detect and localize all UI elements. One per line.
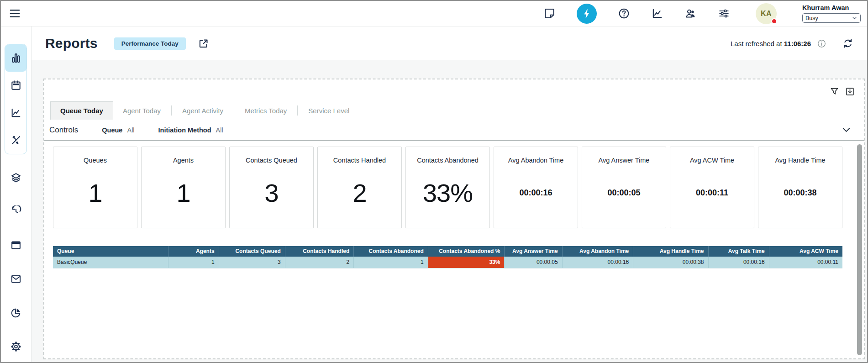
widget-content: Queues 1 Agents 1 Contacts Queued 3 (44, 141, 864, 268)
metric-card-contacts-abandoned: Contacts Abandoned 33% (405, 147, 490, 228)
status-select[interactable]: Busy (802, 13, 861, 23)
line-chart-icon (10, 107, 22, 119)
column-header[interactable]: Avg Abandon Time (562, 246, 633, 257)
cell-contacts-queued: 3 (219, 257, 285, 268)
metric-value: 00:00:11 (696, 188, 728, 198)
cell-avg-handle-time: 00:00:38 (633, 257, 708, 268)
column-header[interactable]: Contacts Queued (219, 246, 285, 257)
settings-sliders-icon[interactable] (718, 7, 730, 20)
tab-queue-today[interactable]: Queue Today (50, 101, 113, 120)
tab-agent-activity[interactable]: Agent Activity (173, 101, 233, 120)
paintbrush-icon (10, 134, 22, 146)
sidebar-item-line-chart[interactable] (5, 99, 26, 126)
column-header[interactable]: Avg Handle Time (633, 246, 708, 257)
metric-value: 00:00:05 (607, 188, 640, 198)
metrics-icon[interactable] (651, 7, 663, 20)
window-icon (10, 239, 22, 251)
initiation-method-filter[interactable]: Initiation Method All (158, 126, 223, 134)
dashboard-name-badge: Performance Today (114, 37, 186, 50)
top-bar: KA Khurram Awan Busy (1, 1, 867, 26)
sidebar-item-calendar[interactable] (5, 72, 26, 99)
download-icon[interactable] (845, 86, 855, 97)
user-avatar[interactable]: KA (756, 3, 777, 24)
busy-status-dot (771, 18, 777, 24)
cell-contacts-abandoned-pct: 33% (428, 257, 505, 268)
history-icon (10, 205, 22, 217)
tab-separator (171, 105, 172, 116)
metric-value: 00:00:16 (519, 188, 552, 198)
metric-value: 3 (264, 178, 278, 208)
sidebar-item-pie-chart[interactable] (5, 299, 27, 326)
pie-chart-icon (10, 307, 22, 319)
column-header[interactable]: Contacts Abandoned (354, 246, 428, 257)
refresh-icon[interactable] (842, 38, 853, 49)
status-select-value: Busy (805, 15, 818, 21)
table-header-row: Queue Agents Contacts Queued Contacts Ha… (53, 246, 842, 257)
metric-cards: Queues 1 Agents 1 Contacts Queued 3 (53, 147, 842, 228)
cell-avg-abandon-time: 00:00:16 (562, 257, 633, 268)
sidebar-item-layers[interactable] (5, 164, 27, 191)
metric-value: 1 (88, 178, 102, 208)
queue-filter[interactable]: Queue All (102, 126, 134, 134)
user-block: Khurram Awan Busy (802, 4, 861, 23)
sidebar-item-history[interactable] (5, 198, 27, 225)
column-header[interactable]: Queue (53, 246, 168, 257)
metric-card-avg-answer-time: Avg Answer Time 00:00:05 (582, 147, 666, 228)
hamburger-menu-icon[interactable] (8, 7, 21, 21)
widget-toolbar (44, 79, 864, 101)
column-header[interactable]: Avg ACW Time (769, 246, 842, 257)
column-header[interactable]: Contacts Abandoned % (428, 246, 505, 257)
table-row: BasicQueue 1 3 2 1 33% 00:00:05 00:00:16… (53, 257, 842, 268)
metric-card-contacts-handled: Contacts Handled 2 (317, 147, 402, 228)
tab-agent-today[interactable]: Agent Today (113, 101, 170, 120)
metric-card-agents: Agents 1 (141, 147, 226, 228)
metric-value: 1 (176, 178, 190, 208)
controls-bar: Controls Queue All Initiation Method All (44, 120, 864, 141)
tab-separator (360, 105, 360, 116)
sidebar-item-settings[interactable] (5, 333, 27, 360)
column-header[interactable]: Agents (168, 246, 219, 257)
tab-metrics-today[interactable]: Metrics Today (235, 101, 296, 120)
calendar-icon (10, 79, 22, 91)
metric-card-avg-abandon-time: Avg Abandon Time 00:00:16 (494, 147, 578, 228)
tab-bar: Queue Today Agent Today Agent Activity M… (50, 101, 864, 120)
column-header[interactable]: Avg Answer Time (505, 246, 562, 257)
metric-card-contacts-queued: Contacts Queued 3 (229, 147, 314, 228)
info-icon[interactable] (817, 39, 826, 48)
collapse-chevron-icon[interactable] (841, 125, 852, 135)
scrollbar-thumb[interactable] (857, 144, 862, 355)
column-header[interactable]: Avg Talk Time (708, 246, 769, 257)
tab-service-level[interactable]: Service Level (299, 101, 359, 120)
metric-card-queues: Queues 1 (53, 147, 137, 228)
column-header[interactable]: Contacts Handled (285, 246, 353, 257)
filter-icon[interactable] (829, 86, 840, 97)
dashboard-canvas: Queue Today Agent Today Agent Activity M… (32, 60, 867, 362)
contacts-icon[interactable] (684, 7, 697, 20)
topbar-actions: KA Khurram Awan Busy (543, 3, 861, 24)
bar-chart-icon (10, 52, 22, 64)
cell-avg-acw-time: 00:00:11 (769, 257, 842, 268)
controls-label: Controls (49, 126, 78, 135)
last-refreshed-text: Last refreshed at 11:06:26 (731, 40, 811, 47)
sidebar-reports-group (5, 44, 27, 154)
quick-actions-icon[interactable] (577, 4, 597, 24)
external-link-icon[interactable] (198, 38, 209, 49)
sidebar-item-email[interactable] (5, 265, 27, 293)
metric-card-avg-acw-time: Avg ACW Time 00:00:11 (670, 147, 754, 228)
cell-agents: 1 (168, 257, 219, 268)
sidebar-item-window[interactable] (5, 231, 27, 259)
notes-icon[interactable] (543, 7, 556, 20)
metric-value: 33% (423, 178, 473, 208)
sidebar-item-customize[interactable] (5, 126, 26, 154)
queue-metrics-table: Queue Agents Contacts Queued Contacts Ha… (53, 246, 842, 268)
help-icon[interactable] (618, 7, 630, 20)
tab-separator (234, 105, 234, 116)
gear-icon (10, 341, 22, 352)
refresh-area: Last refreshed at 11:06:26 (731, 38, 853, 49)
report-widget: Queue Today Agent Today Agent Activity M… (43, 79, 865, 359)
app-window: KA Khurram Awan Busy (0, 0, 868, 363)
sidebar-item-bar-chart[interactable] (5, 44, 26, 72)
metric-value: 00:00:38 (784, 188, 816, 198)
left-sidebar (1, 26, 32, 362)
page-header: Reports Performance Today Last refreshed… (32, 26, 867, 60)
